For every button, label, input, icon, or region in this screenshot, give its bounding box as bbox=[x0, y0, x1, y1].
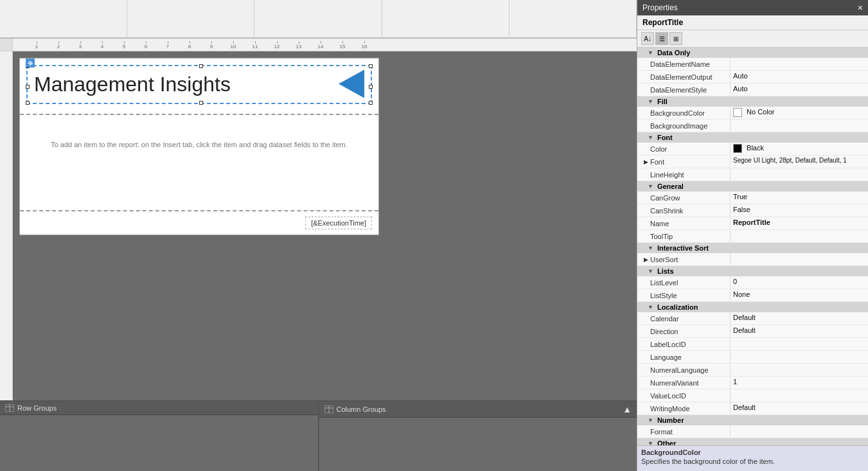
prop-line-height: LineHeight bbox=[637, 168, 868, 181]
report-body-band: To add an item to the report: on the Ins… bbox=[20, 115, 378, 211]
grid-header-area bbox=[0, 0, 637, 39]
properties-toolbar: A↓ ☰ ⊞ bbox=[637, 30, 868, 48]
grid-header-cell bbox=[509, 0, 637, 38]
status-property-name: BackgroundColor bbox=[641, 449, 864, 456]
properties-list: ▼ Data Only DataElementName DataElementO… bbox=[637, 48, 868, 445]
category-localization[interactable]: ▼ Localization bbox=[637, 302, 868, 312]
col-groups-header: Column Groups ▲ bbox=[319, 402, 637, 418]
sort-alphabetical-button[interactable]: A↓ bbox=[641, 32, 654, 45]
table-icon bbox=[324, 405, 333, 413]
design-surface: ✥ Management Insights To add an item to … bbox=[13, 51, 637, 400]
prop-font: ▶Font Segoe UI Light, 28pt, Default, Def… bbox=[637, 156, 868, 168]
category-other[interactable]: ▼ Other bbox=[637, 438, 868, 445]
prop-list-level: ListLevel 0 bbox=[637, 276, 868, 289]
prop-calendar: Calendar Default bbox=[637, 312, 868, 325]
prop-format: Format bbox=[637, 425, 868, 438]
category-interactive-sort[interactable]: ▼ Interactive Sort bbox=[637, 243, 868, 253]
prop-user-sort: ▶UserSort bbox=[637, 253, 868, 266]
prop-tooltip: ToolTip bbox=[637, 230, 868, 243]
prop-list-style: ListStyle None bbox=[637, 289, 868, 302]
category-fill[interactable]: ▼ Fill bbox=[637, 96, 868, 107]
sort-categorized-button[interactable]: ☰ bbox=[655, 32, 668, 45]
row-groups-panel: Row Groups bbox=[0, 402, 319, 471]
properties-title: Properties bbox=[642, 3, 678, 12]
move-handle[interactable]: ✥ bbox=[26, 58, 35, 67]
report-title-textbox[interactable]: ✥ Management Insights bbox=[26, 65, 372, 104]
prop-numeral-language: NumeralLanguage bbox=[637, 364, 868, 377]
grid-header-cell bbox=[127, 0, 254, 38]
category-number[interactable]: ▼ Number bbox=[637, 415, 868, 425]
prop-name: Name ReportTitle bbox=[637, 217, 868, 230]
property-pages-button[interactable]: ⊞ bbox=[669, 32, 682, 45]
vertical-ruler bbox=[0, 51, 13, 400]
col-groups-panel: Column Groups ▲ bbox=[319, 402, 637, 471]
prop-data-element-output: DataElementOutput Auto bbox=[637, 71, 868, 84]
body-hint-text: To add an item to the report: on the Ins… bbox=[26, 141, 372, 148]
table-icon bbox=[5, 404, 14, 412]
execution-time-box[interactable]: [&ExecutionTime] bbox=[305, 217, 372, 229]
font-expand-icon[interactable]: ▶ bbox=[644, 159, 648, 165]
resize-handle-top-center[interactable] bbox=[199, 64, 203, 68]
grid-header-cell bbox=[382, 0, 509, 38]
properties-object-name: ReportTitle bbox=[637, 15, 868, 30]
properties-panel: Properties × ReportTitle A↓ ☰ ⊞ ▼ Data O… bbox=[637, 0, 868, 471]
resize-handle-bottom-left[interactable] bbox=[26, 101, 30, 105]
col-groups-label: Column Groups bbox=[337, 405, 386, 413]
prop-background-image: BackgroundImage bbox=[637, 120, 868, 132]
pages-icon: ⊞ bbox=[673, 35, 678, 42]
horizontal-ruler: 1 2 3 4 5 6 7 8 9 10 11 12 13 14 15 16 bbox=[0, 39, 637, 51]
category-general[interactable]: ▼ General bbox=[637, 181, 868, 191]
status-description: Specifies the background color of the it… bbox=[641, 458, 864, 465]
prop-value-loc-id: ValueLocID bbox=[637, 389, 868, 402]
properties-status-bar: BackgroundColor Specifies the background… bbox=[637, 445, 868, 471]
category-data-only[interactable]: ▼ Data Only bbox=[637, 48, 868, 58]
close-button[interactable]: × bbox=[858, 3, 863, 13]
report-title-text: Management Insights bbox=[34, 73, 231, 96]
background-color-swatch bbox=[733, 108, 742, 117]
col-groups-expand[interactable]: ▲ bbox=[623, 404, 632, 414]
prop-label-loc-id: LabelLocID bbox=[637, 338, 868, 351]
color-swatch bbox=[733, 144, 742, 153]
ruler-corner bbox=[0, 39, 13, 51]
ruler-scale: 1 2 3 4 5 6 7 8 9 10 11 12 13 14 15 16 bbox=[13, 39, 637, 51]
row-groups-content bbox=[0, 415, 318, 422]
arrow-icon bbox=[339, 69, 364, 100]
resize-handle-bottom-right[interactable] bbox=[369, 101, 373, 105]
sort-alpha-icon: A↓ bbox=[644, 35, 651, 42]
resize-handle-mid-right[interactable] bbox=[369, 85, 373, 89]
prop-can-grow: CanGrow True bbox=[637, 191, 868, 204]
color-value: Black bbox=[747, 144, 764, 152]
category-lists[interactable]: ▼ Lists bbox=[637, 266, 868, 276]
grid-header-cell bbox=[0, 0, 127, 38]
properties-titlebar: Properties × bbox=[637, 0, 868, 15]
row-groups-header: Row Groups bbox=[0, 402, 318, 415]
resize-handle-bottom-center[interactable] bbox=[199, 101, 203, 105]
user-sort-expand-icon[interactable]: ▶ bbox=[644, 256, 648, 263]
bottom-panels: Row Groups Column Groups ▲ bbox=[0, 400, 637, 471]
resize-handle-mid-left[interactable] bbox=[26, 85, 30, 89]
row-groups-label: Row Groups bbox=[17, 404, 57, 412]
prop-language: Language bbox=[637, 351, 868, 364]
grid-header-cell bbox=[254, 0, 382, 38]
prop-color: Color Black bbox=[637, 143, 868, 156]
prop-numeral-variant: NumeralVariant 1 bbox=[637, 377, 868, 389]
prop-can-shrink: CanShrink False bbox=[637, 204, 868, 217]
background-color-value: No Color bbox=[747, 108, 774, 116]
col-groups-content bbox=[319, 418, 637, 424]
report-canvas: ✥ Management Insights To add an item to … bbox=[19, 58, 379, 235]
report-footer-band: [&ExecutionTime] bbox=[20, 211, 378, 235]
report-header-band: ✥ Management Insights bbox=[20, 58, 378, 115]
resize-handle-top-right[interactable] bbox=[369, 64, 373, 68]
prop-direction: Direction Default bbox=[637, 325, 868, 338]
prop-writing-mode: WritingMode Default bbox=[637, 402, 868, 415]
prop-data-element-style: DataElementStyle Auto bbox=[637, 84, 868, 96]
prop-data-element-name: DataElementName bbox=[637, 58, 868, 71]
prop-background-color: BackgroundColor No Color bbox=[637, 107, 868, 120]
category-icon: ☰ bbox=[659, 35, 665, 42]
category-font[interactable]: ▼ Font bbox=[637, 132, 868, 143]
